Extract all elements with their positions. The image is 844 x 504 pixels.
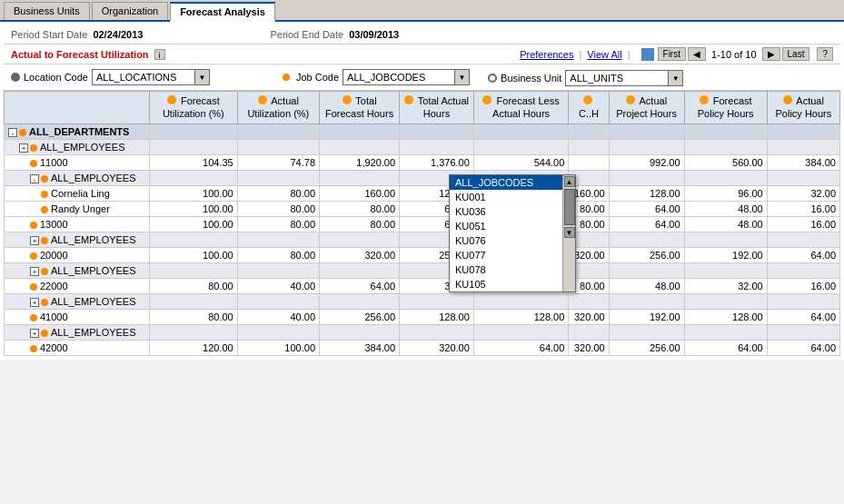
- expand-icon[interactable]: -: [30, 174, 39, 183]
- tab-bar: Business Units Organization Forecast Ana…: [0, 0, 844, 22]
- expand-icon[interactable]: +: [30, 236, 39, 245]
- period-row: Period Start Date 02/24/2013 Period End …: [4, 25, 840, 44]
- ch-icon: [583, 95, 592, 104]
- forecast-table: Forecast Utilization (%) Actual Utilizat…: [4, 91, 840, 356]
- row-name-cell: 20000: [5, 247, 150, 262]
- row-value-cell: [400, 124, 474, 139]
- row-label[interactable]: ALL_EMPLOYEES: [51, 296, 136, 307]
- row-dot: [41, 237, 48, 244]
- first-button[interactable]: First: [658, 47, 686, 61]
- dropdown-item-ku077[interactable]: KU077: [450, 248, 562, 262]
- row-value-cell: 128.00: [609, 185, 684, 201]
- row-value-cell: 80.00: [237, 201, 319, 216]
- business-radio[interactable]: [488, 74, 497, 83]
- row-dot: [30, 314, 37, 321]
- row-name-cell: 22000: [5, 279, 150, 294]
- expand-icon[interactable]: -: [8, 128, 17, 137]
- row-value-cell: [684, 232, 767, 247]
- row-value-cell: [609, 325, 684, 341]
- row-label[interactable]: ALL_EMPLOYEES: [40, 142, 125, 153]
- row-value-cell: [237, 262, 319, 278]
- row-value-cell: [569, 294, 609, 310]
- location-dropdown-arrow[interactable]: ▼: [194, 70, 209, 84]
- dropdown-item-ku105[interactable]: KU105: [450, 277, 562, 292]
- toolbar: Actual to Forecast Utilization i Prefere…: [4, 44, 840, 64]
- dropdown-item-ku076[interactable]: KU076: [450, 233, 562, 248]
- row-value-cell: 320.00: [320, 247, 400, 262]
- row-label[interactable]: ALL_EMPLOYEES: [51, 234, 136, 245]
- row-value-cell: 256.00: [609, 341, 684, 356]
- location-radio[interactable]: [11, 73, 20, 82]
- period-end-value: 03/09/2013: [349, 29, 399, 40]
- jobcode-select[interactable]: ALL_JOBCODES ▼: [343, 69, 470, 85]
- grid-icon[interactable]: [641, 48, 654, 61]
- total-forecast-icon: [343, 95, 352, 104]
- view-all-link[interactable]: View All: [587, 49, 621, 60]
- row-value-cell: [237, 325, 319, 341]
- row-dot: [41, 206, 48, 213]
- filter-row: Location Code ALL_LOCATIONS ▼ Job Code A…: [4, 64, 840, 91]
- row-name-cell: Cornelia Ling: [5, 185, 150, 201]
- dropdown-item-ku036[interactable]: KU036: [450, 204, 562, 219]
- expand-icon[interactable]: +: [30, 298, 39, 307]
- period-start-value: 02/24/2013: [93, 29, 143, 40]
- row-name-cell: +ALL_EMPLOYEES: [5, 232, 150, 247]
- row-value-cell: 128.00: [473, 310, 568, 325]
- row-label[interactable]: ALL_DEPARTMENTS: [29, 126, 129, 137]
- row-value-cell: 16.00: [767, 201, 839, 216]
- nav-controls: First ◀ 1-10 of 10 ▶ Last ?: [658, 47, 833, 61]
- help-button[interactable]: ?: [817, 47, 833, 61]
- row-value-cell: [684, 124, 767, 139]
- tab-organization[interactable]: Organization: [92, 2, 168, 20]
- row-value-cell: [320, 262, 400, 278]
- row-dot: [30, 144, 37, 152]
- dropdown-item-ku078[interactable]: KU078: [450, 262, 562, 277]
- info-icon[interactable]: i: [154, 49, 165, 60]
- col-header-actual-policy: Actual Policy Hours: [767, 92, 839, 124]
- next-button[interactable]: ▶: [762, 47, 780, 61]
- row-name-cell: -ALL_EMPLOYEES: [5, 170, 150, 185]
- row-value-cell: 384.00: [320, 341, 400, 356]
- row-value-cell: 128.00: [684, 310, 767, 325]
- row-dot: [19, 129, 26, 136]
- tab-business-units[interactable]: Business Units: [4, 2, 90, 20]
- dropdown-list: ALL_JOBCODES KU001 KU036 KU051 KU076 KU0…: [450, 175, 562, 292]
- row-label[interactable]: ALL_EMPLOYEES: [51, 173, 136, 183]
- row-value-cell: 96.00: [684, 185, 767, 201]
- row-label[interactable]: ALL_EMPLOYEES: [51, 327, 136, 338]
- expand-icon[interactable]: +: [30, 267, 39, 276]
- row-value-cell: 40.00: [237, 310, 319, 325]
- last-button[interactable]: Last: [782, 47, 810, 61]
- row-value-cell: [237, 139, 319, 154]
- row-value-cell: 64.00: [767, 310, 839, 325]
- scrollbar-thumb[interactable]: [564, 189, 575, 225]
- expand-icon[interactable]: +: [19, 143, 28, 153]
- row-value-cell: 560.00: [684, 154, 767, 170]
- expand-icon[interactable]: +: [30, 329, 39, 338]
- row-value-cell: [684, 170, 767, 185]
- business-select[interactable]: ALL_UNITS ▼: [565, 70, 683, 86]
- row-label[interactable]: ALL_EMPLOYEES: [51, 265, 136, 276]
- row-value-cell: 100.00: [237, 341, 319, 356]
- preferences-link[interactable]: Preferences: [520, 49, 573, 60]
- prev-button[interactable]: ◀: [688, 47, 706, 61]
- row-value-cell: [684, 139, 767, 154]
- row-name-cell: +ALL_EMPLOYEES: [5, 262, 150, 278]
- business-dropdown-arrow[interactable]: ▼: [668, 71, 682, 85]
- row-value-cell: 64.00: [320, 279, 400, 294]
- row-value-cell: [684, 294, 767, 310]
- row-value-cell: [473, 124, 568, 139]
- total-actual-icon: [404, 95, 413, 104]
- period-start-label: Period Start Date: [11, 29, 87, 40]
- dropdown-item-ku001[interactable]: KU001: [450, 190, 562, 204]
- dropdown-item-all[interactable]: ALL_JOBCODES: [450, 175, 562, 190]
- location-select[interactable]: ALL_LOCATIONS ▼: [92, 69, 210, 85]
- row-value-cell: 160.00: [320, 185, 400, 201]
- row-dot: [41, 330, 48, 337]
- row-value-cell: [150, 170, 238, 185]
- scrollbar-down-button[interactable]: ▼: [564, 227, 575, 238]
- dropdown-item-ku051[interactable]: KU051: [450, 219, 562, 233]
- tab-forecast-analysis[interactable]: Forecast Analysis: [170, 2, 275, 22]
- jobcode-dropdown-arrow[interactable]: ▼: [454, 70, 469, 84]
- scrollbar-up-button[interactable]: ▲: [564, 176, 575, 187]
